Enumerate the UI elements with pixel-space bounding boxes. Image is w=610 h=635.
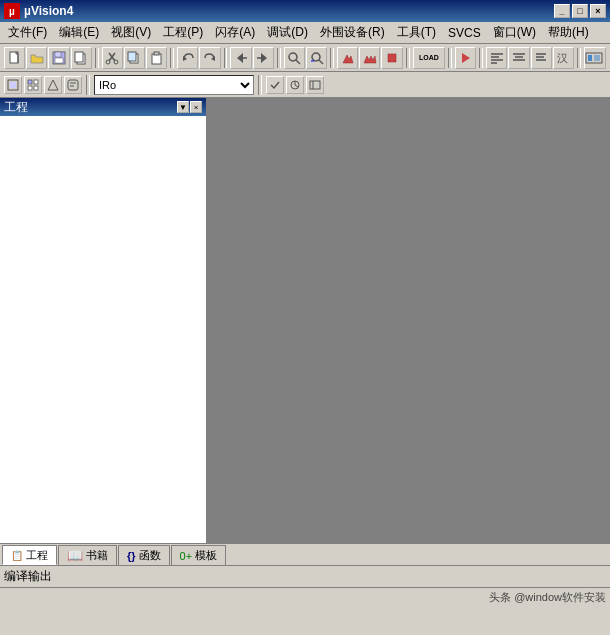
main-content: 工程 ▼ × bbox=[0, 98, 610, 543]
build-button[interactable] bbox=[337, 47, 358, 69]
functions-tab-icon: {} bbox=[127, 550, 136, 562]
svg-marker-49 bbox=[48, 80, 58, 90]
app-title: µVision4 bbox=[24, 4, 554, 18]
stop-button[interactable] bbox=[381, 47, 402, 69]
copy-button[interactable] bbox=[124, 47, 145, 69]
copy-file-button[interactable] bbox=[71, 47, 92, 69]
svg-marker-20 bbox=[261, 53, 267, 63]
minimize-button[interactable]: _ bbox=[554, 4, 570, 18]
menu-view[interactable]: 视图(V) bbox=[105, 22, 157, 43]
toolbar-separator-6 bbox=[406, 48, 410, 68]
svg-point-10 bbox=[106, 60, 110, 64]
svg-rect-44 bbox=[10, 82, 16, 88]
svg-rect-13 bbox=[128, 52, 136, 61]
svg-point-22 bbox=[289, 53, 297, 61]
panel-close-button[interactable]: × bbox=[190, 101, 202, 113]
svg-rect-5 bbox=[55, 58, 63, 63]
title-bar-controls: _ □ × bbox=[554, 4, 606, 18]
tab-project[interactable]: 📋 工程 bbox=[2, 545, 57, 565]
menu-edit[interactable]: 编辑(E) bbox=[53, 22, 105, 43]
rebuild-button[interactable] bbox=[359, 47, 380, 69]
menu-bar: 文件(F) 编辑(E) 视图(V) 工程(P) 闪存(A) 调试(D) 外围设备… bbox=[0, 22, 610, 44]
new-file-button[interactable] bbox=[4, 47, 25, 69]
toolbar-separator-3 bbox=[224, 48, 228, 68]
status-text: 头条 @window软件安装 bbox=[489, 590, 606, 605]
menu-help[interactable]: 帮助(H) bbox=[542, 22, 595, 43]
menu-flash[interactable]: 闪存(A) bbox=[209, 22, 261, 43]
svg-rect-56 bbox=[310, 81, 320, 89]
menu-peripheral[interactable]: 外围设备(R) bbox=[314, 22, 391, 43]
tab-templates[interactable]: 0+ 模板 bbox=[171, 545, 227, 565]
menu-svcs[interactable]: SVCS bbox=[442, 24, 487, 42]
panel-tabs: 📋 工程 📖 书籍 {} 函数 0+ 模板 bbox=[0, 543, 610, 565]
tab-functions-label: 函数 bbox=[139, 548, 161, 563]
tb2-btn4[interactable] bbox=[64, 76, 82, 94]
align-center-button[interactable] bbox=[508, 47, 529, 69]
menu-debug[interactable]: 调试(D) bbox=[261, 22, 314, 43]
templates-tab-icon: 0+ bbox=[180, 550, 193, 562]
menu-window[interactable]: 窗口(W) bbox=[487, 22, 542, 43]
toolbar-separator-8 bbox=[479, 48, 483, 68]
maximize-button[interactable]: □ bbox=[572, 4, 588, 18]
svg-marker-18 bbox=[237, 53, 243, 63]
close-button[interactable]: × bbox=[590, 4, 606, 18]
menu-project[interactable]: 工程(P) bbox=[157, 22, 209, 43]
tab-books-label: 书籍 bbox=[86, 548, 108, 563]
paste-button[interactable] bbox=[146, 47, 167, 69]
svg-rect-42 bbox=[594, 55, 600, 61]
tb2-btn2[interactable] bbox=[24, 76, 42, 94]
svg-rect-41 bbox=[588, 55, 592, 61]
svg-rect-50 bbox=[68, 80, 78, 90]
svg-rect-48 bbox=[34, 86, 38, 90]
svg-rect-7 bbox=[75, 52, 83, 62]
toolbar-separator-5 bbox=[330, 48, 334, 68]
menu-tools[interactable]: 工具(T) bbox=[391, 22, 442, 43]
svg-line-23 bbox=[296, 60, 300, 64]
cut-button[interactable] bbox=[102, 47, 123, 69]
tb2-extra1[interactable] bbox=[266, 76, 284, 94]
script-button[interactable]: 汉 bbox=[553, 47, 574, 69]
tab-books[interactable]: 📖 书籍 bbox=[58, 545, 117, 565]
undo-button[interactable] bbox=[177, 47, 198, 69]
tb2-btn3[interactable] bbox=[44, 76, 62, 94]
toolbar-secondary: IRo bbox=[0, 72, 610, 98]
menu-file[interactable]: 文件(F) bbox=[2, 22, 53, 43]
status-bar: 头条 @window软件安装 bbox=[0, 587, 610, 607]
svg-point-24 bbox=[312, 53, 320, 61]
redo-button[interactable] bbox=[199, 47, 220, 69]
target-select[interactable]: IRo bbox=[94, 75, 254, 95]
tb2-extra3[interactable] bbox=[306, 76, 324, 94]
svg-rect-46 bbox=[34, 80, 38, 84]
save-button[interactable] bbox=[48, 47, 69, 69]
toolbar2-separator2 bbox=[258, 75, 262, 95]
tab-templates-label: 模板 bbox=[195, 548, 217, 563]
find-button[interactable] bbox=[284, 47, 305, 69]
output-label: 编译输出 bbox=[4, 568, 52, 585]
nav-back-button[interactable] bbox=[230, 47, 251, 69]
tab-functions[interactable]: {} 函数 bbox=[118, 545, 170, 565]
toolbar-separator-4 bbox=[277, 48, 281, 68]
panel-title-bar: 工程 ▼ × bbox=[0, 98, 206, 116]
svg-point-11 bbox=[114, 60, 118, 64]
svg-line-25 bbox=[319, 60, 323, 64]
toolbar-separator-9 bbox=[577, 48, 581, 68]
align-left-button[interactable] bbox=[486, 47, 507, 69]
tb2-extra2[interactable] bbox=[286, 76, 304, 94]
svg-marker-28 bbox=[462, 53, 470, 63]
find2-button[interactable] bbox=[306, 47, 327, 69]
toolbar-separator-2 bbox=[170, 48, 174, 68]
svg-rect-15 bbox=[154, 52, 159, 55]
tab-project-label: 工程 bbox=[26, 548, 48, 563]
toolbar-separator-1 bbox=[95, 48, 99, 68]
nav-forward-button[interactable] bbox=[253, 47, 274, 69]
project-tab-icon: 📋 bbox=[11, 550, 23, 561]
svg-rect-4 bbox=[55, 52, 61, 57]
load-button[interactable]: LOAD bbox=[413, 47, 446, 69]
tb2-btn1[interactable] bbox=[4, 76, 22, 94]
toolbar2-separator bbox=[86, 75, 90, 95]
external-button[interactable] bbox=[584, 47, 606, 69]
format-button[interactable] bbox=[531, 47, 552, 69]
start-debug-button[interactable] bbox=[455, 47, 476, 69]
panel-pin-button[interactable]: ▼ bbox=[177, 101, 189, 113]
open-file-button[interactable] bbox=[26, 47, 47, 69]
